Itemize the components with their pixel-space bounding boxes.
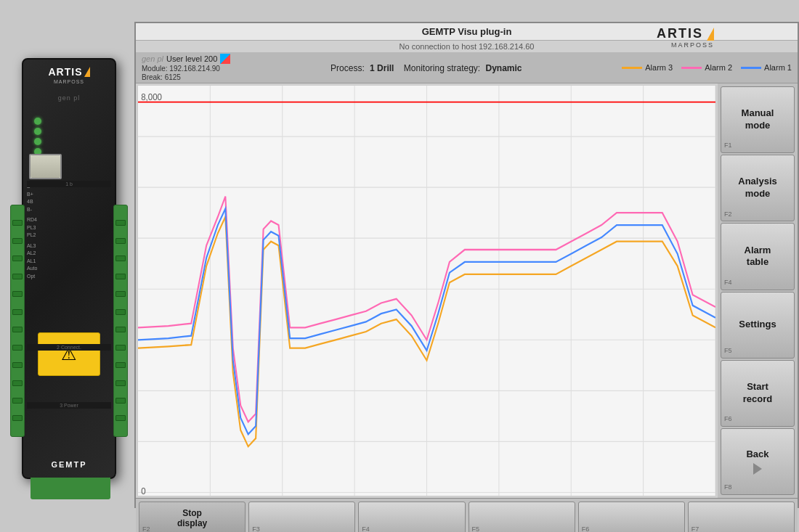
device-genpl-text: gen pl: [58, 94, 81, 102]
device-triangle-icon: [84, 67, 90, 77]
warning-label: ⚠: [38, 332, 100, 376]
start-record-fkey: F6: [724, 415, 732, 424]
process-label-text: Process:: [330, 63, 365, 73]
chart-area: 8,000 0 13:32:45 13:32:50 13:32:55 t [s]…: [137, 85, 716, 496]
stop-display-label: Stopdisplay: [177, 508, 207, 528]
process-name-text: 1 Drill: [370, 63, 394, 73]
toolbar-btn5[interactable]: F5: [469, 502, 575, 532]
device-gemtp-text: GEMTP: [51, 460, 86, 469]
header-bar: gen pl User level 200 Module: 192.168.21…: [136, 52, 798, 83]
process-label: Process: 1 Drill Monitoring strategy: Dy…: [330, 63, 522, 73]
device-top-label: ARTIS MARPOSS: [23, 65, 115, 84]
start-record-button[interactable]: Startrecord F6: [721, 360, 795, 427]
alarm3-label: Alarm 3: [645, 63, 673, 72]
software-window: ARTIS MARPOSS GEMTP Visu plug-in No conn…: [134, 22, 799, 508]
device-body: ARTIS MARPOSS gen pl GEMTP BB+4BB- RD4PL…: [22, 58, 116, 479]
manual-mode-fkey: F1: [724, 142, 732, 150]
device-section-3: 3 Power: [23, 401, 115, 410]
settings-label: Settings: [739, 319, 776, 331]
alarm-table-button[interactable]: Alarmtable F4: [721, 223, 795, 290]
device-artis-logo: ARTIS: [49, 66, 90, 78]
toolbar-btn7-fkey: F7: [691, 525, 699, 532]
artis-logo-text: ARTIS: [657, 26, 703, 41]
bottom-toolbar: Stopdisplay F2 F3 F4 F5 F6 F7: [136, 498, 798, 532]
artis-triangle-icon: [707, 28, 714, 41]
back-label: Back: [746, 449, 768, 461]
channel-labels: BB+4BB- RD4PL3PL2 AL3AL2AL1 AutoOpt: [27, 183, 111, 280]
toolbar-btn4[interactable]: F4: [358, 502, 465, 532]
alarm1-line-icon: [741, 67, 761, 69]
settings-button[interactable]: Settings F5: [721, 292, 795, 359]
toolbar-btn4-fkey: F4: [362, 525, 370, 532]
toolbar-btn6-fkey: F6: [582, 525, 590, 532]
toolbar-btn6[interactable]: F6: [578, 502, 685, 532]
monitoring-label-text: Monitoring strategy:: [404, 63, 480, 73]
back-fkey: F8: [724, 483, 732, 492]
right-panel: Manualmode F1 Analysismode F2 Alarmtable…: [718, 83, 798, 498]
analysis-mode-fkey: F2: [724, 210, 732, 219]
led-1: [34, 118, 41, 125]
led-3: [34, 138, 41, 145]
device-gemtp-label: GEMTP: [23, 457, 115, 470]
legend-alarm1: Alarm 1: [741, 63, 792, 72]
alarm-table-fkey: F4: [724, 279, 732, 287]
back-button[interactable]: Back F8: [721, 428, 795, 495]
device-marposs-text: MARPOSS: [23, 79, 115, 84]
device-artis-text: ARTIS: [49, 66, 83, 78]
alarm2-label: Alarm 2: [705, 63, 732, 72]
alarm2-line-icon: [681, 67, 702, 69]
terminal-block-left: [10, 205, 25, 437]
alarm1-label: Alarm 1: [764, 63, 792, 72]
settings-fkey: F5: [724, 347, 732, 356]
chart-svg: 8,000 0 13:32:45 13:32:50 13:32:55 t [s]…: [138, 86, 715, 496]
terminal-block-right: [113, 205, 128, 437]
connection-text: No connection to host 192.168.214.60: [400, 42, 535, 51]
legend-alarm3: Alarm 3: [622, 63, 673, 72]
analysis-mode-button[interactable]: Analysismode F2: [721, 155, 795, 221]
monitoring-value-text: Dynamic: [486, 63, 522, 73]
user-level-text: User level 200: [166, 54, 217, 63]
main-content: 8,000 0 13:32:45 13:32:50 13:32:55 t [s]…: [136, 83, 798, 498]
manual-mode-button[interactable]: Manualmode F1: [721, 86, 795, 153]
device-section-1: 1 b: [23, 179, 115, 189]
led-2: [34, 128, 41, 135]
windows-icon: [220, 54, 230, 64]
terminal-bottom: [31, 478, 110, 499]
device-section-2: 2 Connect.: [23, 343, 115, 352]
back-arrow-icon: [753, 463, 762, 475]
alarm-table-label: Alarmtable: [745, 245, 771, 269]
alarm3-line-icon: [622, 67, 642, 69]
toolbar-btn3-fkey: F3: [252, 525, 260, 532]
toolbar-btn3[interactable]: F3: [248, 502, 355, 532]
legend-alarm2: Alarm 2: [681, 63, 732, 72]
ethernet-port: [29, 154, 62, 179]
title-text: GEMTP Visu plug-in: [422, 26, 512, 37]
marposs-logo-text: MARPOSS: [671, 41, 714, 49]
manual-mode-label: Manualmode: [742, 107, 774, 132]
start-record-label: Startrecord: [743, 381, 772, 406]
toolbar-btn7[interactable]: F7: [688, 502, 795, 532]
legend-area: Alarm 3 Alarm 2 Alarm 1: [622, 63, 792, 72]
analysis-mode-label: Analysismode: [738, 176, 776, 200]
device-illustration: ARTIS MARPOSS gen pl GEMTP BB+4BB- RD4PL…: [0, 58, 160, 508]
stop-display-fkey: F2: [142, 525, 150, 532]
toolbar-btn5-fkey: F5: [472, 525, 480, 532]
